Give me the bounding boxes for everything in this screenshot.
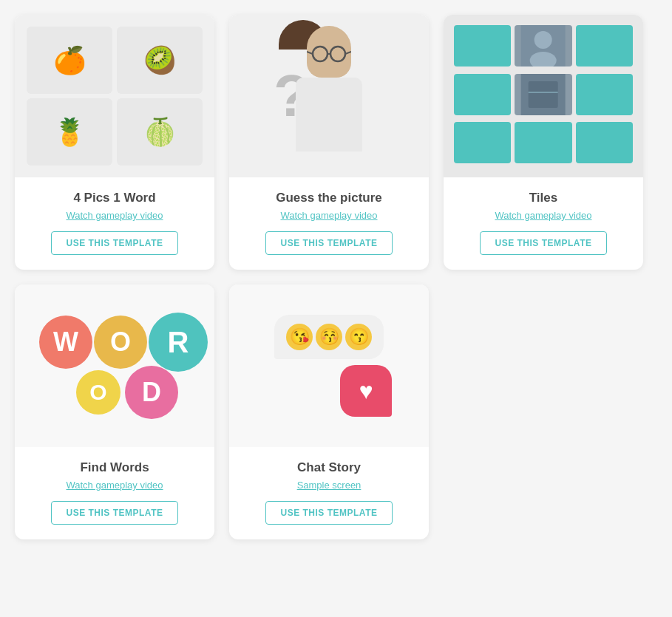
card-title-chat: Chat Story (297, 460, 361, 475)
tile-9 (576, 122, 633, 163)
letter-w: W (39, 316, 92, 369)
card-body-tiles: Tiles Watch gameplay video USE THIS TEMP… (444, 177, 643, 270)
card-body-chat: Chat Story Sample screen USE THIS TEMPLA… (229, 447, 429, 539)
chat-bubbles: 😘 😚 😙 (274, 315, 384, 359)
card-image-words: W O R O D (15, 284, 214, 447)
speech-bubble-pink: ♥ (340, 365, 392, 417)
person-head (307, 26, 351, 78)
card-guess-picture: ? (229, 15, 429, 270)
svg-point-0 (313, 47, 327, 61)
card-body-words: Find Words Watch gameplay video USE THIS… (15, 447, 214, 539)
fruit-lime: 🍈 (117, 98, 203, 166)
letter-o2: O (76, 370, 121, 415)
use-template-chat[interactable]: USE THIS TEMPLATE (265, 501, 393, 525)
card-body-4pics: 4 Pics 1 Word Watch gameplay video USE T… (15, 177, 214, 270)
letter-r: R (149, 313, 208, 372)
fruit-kiwi: 🥝 (117, 27, 203, 94)
card-title-guess: Guess the picture (276, 191, 382, 205)
gameplay-link-words[interactable]: Watch gameplay video (66, 480, 163, 491)
tile-2-photo (515, 25, 571, 67)
gameplay-link-4pics[interactable]: Watch gameplay video (66, 210, 163, 221)
heart-icon: ♥ (359, 378, 373, 405)
tile-1 (454, 25, 511, 67)
use-template-4pics[interactable]: USE THIS TEMPLATE (51, 231, 179, 255)
emoji-kiss2: 😚 (316, 324, 342, 350)
card-title-tiles: Tiles (529, 191, 557, 205)
svg-line-3 (307, 52, 313, 54)
gameplay-link-guess[interactable]: Watch gameplay video (280, 210, 377, 221)
tile-3 (576, 25, 633, 67)
person-silhouette (281, 26, 377, 166)
svg-point-6 (534, 31, 552, 49)
speech-bubble-white: 😘 😚 😙 (274, 315, 384, 359)
card-image-chat: 😘 😚 😙 ♥ (229, 284, 429, 447)
emoji-kiss1: 😘 (286, 324, 313, 350)
person-body (296, 78, 362, 151)
use-template-tiles[interactable]: USE THIS TEMPLATE (480, 231, 608, 255)
card-tiles: Tiles Watch gameplay video USE THIS TEMP… (444, 15, 643, 270)
fruit-orange: 🍊 (27, 27, 112, 94)
card-title-4pics: 4 Pics 1 Word (73, 191, 155, 205)
tile-4 (454, 74, 511, 115)
emoji-kiss3: 😙 (345, 324, 372, 350)
template-grid: 🍊 🥝 🍍 🍈 4 Pics 1 Word Watch gameplay vid… (15, 15, 657, 539)
gameplay-link-tiles[interactable]: Watch gameplay video (495, 210, 591, 221)
card-chat-story: 😘 😚 😙 ♥ Chat Story Sample screen USE THI… (229, 284, 429, 539)
letter-d: D (125, 366, 178, 419)
sample-link-chat[interactable]: Sample screen (297, 480, 362, 491)
card-image-tiles (444, 15, 643, 177)
card-title-words: Find Words (80, 460, 149, 475)
card-image-guess: ? (229, 15, 429, 177)
tile-8 (515, 122, 571, 163)
card-find-words: W O R O D Find Words Watch gameplay vide… (15, 284, 214, 539)
card-image-fruits: 🍊 🥝 🍍 🍈 (15, 15, 214, 177)
card-body-guess: Guess the picture Watch gameplay video U… (229, 177, 429, 270)
svg-line-4 (345, 52, 351, 54)
svg-point-1 (330, 47, 345, 61)
fruit-pineapple: 🍍 (27, 98, 112, 166)
use-template-words[interactable]: USE THIS TEMPLATE (51, 501, 179, 525)
letter-o1: O (94, 316, 147, 369)
use-template-guess[interactable]: USE THIS TEMPLATE (265, 231, 393, 255)
tile-6 (576, 74, 633, 115)
card-4pics1word: 🍊 🥝 🍍 🍈 4 Pics 1 Word Watch gameplay vid… (15, 15, 214, 270)
svg-rect-9 (529, 81, 558, 108)
tile-5-photo (515, 74, 571, 115)
tile-7 (454, 122, 511, 163)
